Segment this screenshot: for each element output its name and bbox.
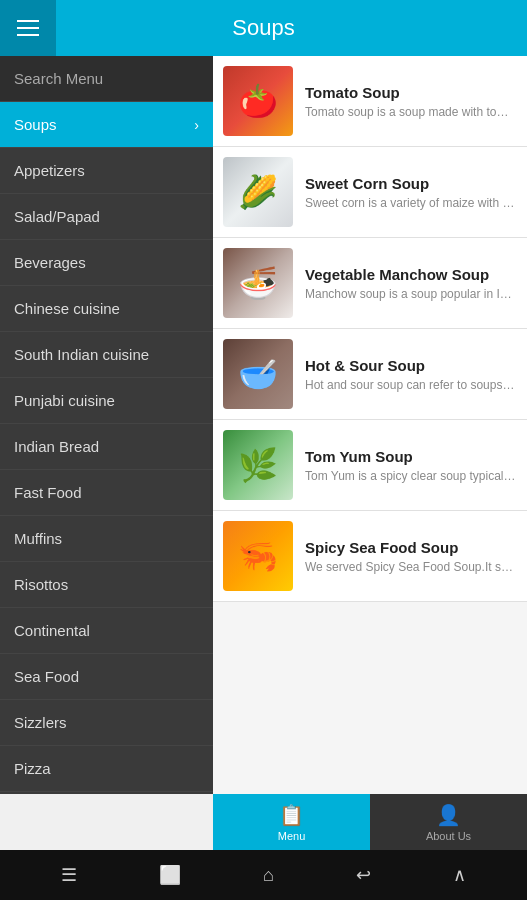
sidebar-item-indian-bread[interactable]: Indian Bread [0,424,213,470]
list-item[interactable]: 🌽Sweet Corn SoupSweet corn is a variety … [213,147,527,238]
sidebar-item-continental[interactable]: Continental [0,608,213,654]
sidebar-item-label: Risottos [14,576,68,593]
chevron-right-icon: › [194,117,199,133]
sidebar-item-label: Appetizers [14,162,85,179]
food-image: 🌿 [223,430,293,500]
food-image: 🥣 [223,339,293,409]
food-list: 🍅Tomato SoupTomato soup is a soup made w… [213,56,527,794]
food-description: Hot and sour soup can refer to soups fro… [305,378,517,392]
list-item[interactable]: 🍜Vegetable Manchow SoupManchow soup is a… [213,238,527,329]
sidebar-item-sizzlers[interactable]: Sizzlers [0,700,213,746]
list-item[interactable]: 🦐Spicy Sea Food SoupWe served Spicy Sea … [213,511,527,602]
sidebar-item-risottos[interactable]: Risottos [0,562,213,608]
sidebar: Search Menu Soups›AppetizersSalad/PapadB… [0,56,213,794]
food-emoji: 🦐 [223,521,293,591]
bottom-nav: 📋Menu👤About Us [213,794,527,850]
sidebar-item-fast-food[interactable]: Fast Food [0,470,213,516]
sidebar-item-label: Beverages [14,254,86,271]
food-text: Tomato SoupTomato soup is a soup made wi… [305,84,517,119]
food-text: Tom Yum SoupTom Yum is a spicy clear sou… [305,448,517,483]
list-item[interactable]: 🥣Hot & Sour SoupHot and sour soup can re… [213,329,527,420]
sidebar-item-burgers[interactable]: Burgers [0,792,213,794]
android-home-btn[interactable]: ⌂ [255,857,282,894]
sidebar-item-label: Fast Food [14,484,82,501]
sidebar-item-south-indian-cuisine[interactable]: South Indian cuisine [0,332,213,378]
android-up-btn[interactable]: ∧ [445,856,474,894]
food-name: Tomato Soup [305,84,517,101]
food-emoji: 🍅 [223,66,293,136]
food-image: 🍅 [223,66,293,136]
food-description: Tomato soup is a soup made with tomatoes… [305,105,517,119]
bottom-nav-menu[interactable]: 📋Menu [213,794,370,850]
search-menu-item[interactable]: Search Menu [0,56,213,102]
food-image: 🍜 [223,248,293,318]
about-us-icon: 👤 [436,803,461,827]
food-emoji: 🍜 [223,248,293,318]
food-image: 🦐 [223,521,293,591]
bottom-nav-label: Menu [278,830,306,842]
food-name: Sweet Corn Soup [305,175,517,192]
bottom-nav-about-us[interactable]: 👤About Us [370,794,527,850]
hamburger-menu-button[interactable] [0,0,56,56]
sidebar-item-label: Sea Food [14,668,79,685]
food-image: 🌽 [223,157,293,227]
sidebar-item-appetizers[interactable]: Appetizers [0,148,213,194]
search-menu-label: Search Menu [14,70,103,87]
sidebar-item-label: Punjabi cuisine [14,392,115,409]
android-square-btn[interactable]: ⬜ [151,856,189,894]
android-back-btn[interactable]: ↩ [348,856,379,894]
sidebar-item-chinese-cuisine[interactable]: Chinese cuisine [0,286,213,332]
sidebar-item-label: South Indian cuisine [14,346,149,363]
list-item[interactable]: 🌿Tom Yum SoupTom Yum is a spicy clear so… [213,420,527,511]
top-header: Soups [0,0,527,56]
food-name: Hot & Sour Soup [305,357,517,374]
sidebar-item-label: Continental [14,622,90,639]
food-name: Tom Yum Soup [305,448,517,465]
food-text: Vegetable Manchow SoupManchow soup is a … [305,266,517,301]
food-description: Manchow soup is a soup popular in Indian… [305,287,517,301]
food-text: Sweet Corn SoupSweet corn is a variety o… [305,175,517,210]
food-emoji: 🌽 [223,157,293,227]
list-item[interactable]: 🍅Tomato SoupTomato soup is a soup made w… [213,56,527,147]
main-layout: Search Menu Soups›AppetizersSalad/PapadB… [0,56,527,794]
food-description: Tom Yum is a spicy clear soup typical in… [305,469,517,483]
sidebar-item-label: Sizzlers [14,714,67,731]
sidebar-item-label: Muffins [14,530,62,547]
sidebar-item-punjabi-cuisine[interactable]: Punjabi cuisine [0,378,213,424]
sidebar-item-soups[interactable]: Soups› [0,102,213,148]
food-description: We served Spicy Sea Food Soup.It some wh… [305,560,517,574]
sidebar-item-beverages[interactable]: Beverages [0,240,213,286]
sidebar-item-pizza[interactable]: Pizza [0,746,213,792]
food-name: Vegetable Manchow Soup [305,266,517,283]
hamburger-line-1 [17,20,39,22]
menu-icon: 📋 [279,803,304,827]
food-name: Spicy Sea Food Soup [305,539,517,556]
sidebar-item-label: Pizza [14,760,51,777]
sidebar-item-label: Indian Bread [14,438,99,455]
sidebar-item-salad-papad[interactable]: Salad/Papad [0,194,213,240]
food-emoji: 🌿 [223,430,293,500]
sidebar-item-sea-food[interactable]: Sea Food [0,654,213,700]
food-text: Hot & Sour SoupHot and sour soup can ref… [305,357,517,392]
header-title: Soups [56,15,471,41]
sidebar-item-label: Soups [14,116,57,133]
sidebar-item-muffins[interactable]: Muffins [0,516,213,562]
food-description: Sweet corn is a variety of maize with a … [305,196,517,210]
hamburger-line-2 [17,27,39,29]
food-emoji: 🥣 [223,339,293,409]
food-text: Spicy Sea Food SoupWe served Spicy Sea F… [305,539,517,574]
bottom-nav-label: About Us [426,830,471,842]
sidebar-item-label: Chinese cuisine [14,300,120,317]
sidebar-item-label: Salad/Papad [14,208,100,225]
hamburger-line-3 [17,34,39,36]
android-menu-btn[interactable]: ☰ [53,856,85,894]
android-bar: ☰ ⬜ ⌂ ↩ ∧ [0,850,527,900]
